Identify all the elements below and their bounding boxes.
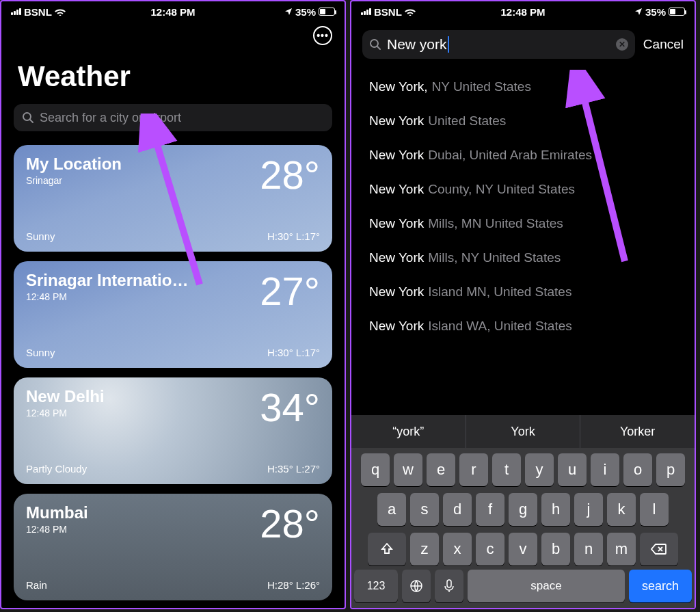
search-key[interactable]: search — [629, 570, 692, 602]
card-hilo: H:30° L:17° — [267, 230, 320, 242]
suggestion[interactable]: Yorker — [580, 415, 695, 448]
search-query: New york — [387, 36, 449, 53]
globe-key[interactable] — [402, 570, 431, 602]
globe-icon — [409, 579, 423, 593]
key-i[interactable]: i — [591, 453, 619, 486]
search-result[interactable]: New YorkMills, NY United States — [351, 241, 695, 275]
phone-left: BSNL 12:48 PM 35% ••• Weather Search for… — [0, 0, 346, 609]
space-key[interactable]: space — [468, 570, 625, 602]
key-a[interactable]: a — [377, 493, 406, 526]
key-q[interactable]: q — [361, 453, 390, 486]
cancel-button[interactable]: Cancel — [643, 37, 684, 52]
key-u[interactable]: u — [558, 453, 587, 486]
card-temp: 28° — [260, 501, 320, 546]
status-bar: BSNL 12:48 PM 35% — [351, 1, 695, 22]
shift-key[interactable] — [368, 533, 406, 566]
search-result[interactable]: New YorkIsland WA, United States — [351, 309, 695, 343]
battery-icon — [319, 8, 335, 16]
status-time: 12:48 PM — [1, 6, 345, 18]
key-b[interactable]: b — [541, 533, 570, 566]
key-y[interactable]: y — [525, 453, 554, 486]
key-o[interactable]: o — [623, 453, 652, 486]
svg-line-4 — [377, 46, 380, 49]
battery-icon — [669, 8, 685, 16]
backspace-key[interactable] — [640, 533, 678, 566]
search-input[interactable]: Search for a city or airport — [14, 104, 332, 131]
search-results: New York,NY United States New YorkUnited… — [351, 66, 695, 347]
key-n[interactable]: n — [574, 533, 603, 566]
key-h[interactable]: h — [541, 493, 570, 526]
weather-card[interactable]: My Location Srinagar 28° Sunny H:30° L:1… — [14, 145, 332, 252]
status-bar: BSNL 12:48 PM 35% — [1, 1, 345, 22]
key-r[interactable]: r — [459, 453, 488, 486]
svg-rect-7 — [447, 580, 451, 587]
key-g[interactable]: g — [509, 493, 537, 526]
page-title: Weather — [1, 45, 345, 100]
keyboard: “york” York Yorker qwertyuiop asdfghjkl … — [351, 415, 695, 608]
card-temp: 28° — [260, 152, 320, 198]
shift-icon — [380, 542, 394, 556]
clear-icon[interactable]: ✕ — [616, 38, 628, 51]
search-placeholder: Search for a city or airport — [40, 111, 181, 125]
card-temp: 27° — [260, 268, 320, 314]
card-condition: Rain — [26, 579, 47, 591]
card-condition: Partly Cloudy — [26, 463, 87, 475]
weather-list: My Location Srinagar 28° Sunny H:30° L:1… — [1, 135, 345, 600]
search-icon — [369, 38, 381, 51]
search-result[interactable]: New YorkCounty, NY United States — [351, 172, 695, 207]
status-time: 12:48 PM — [351, 6, 695, 18]
key-m[interactable]: m — [607, 533, 636, 566]
key-x[interactable]: x — [443, 533, 472, 566]
search-result[interactable]: New YorkDubai, United Arab Emirates — [351, 138, 695, 172]
card-condition: Sunny — [26, 230, 55, 242]
key-d[interactable]: d — [443, 493, 472, 526]
card-condition: Sunny — [26, 347, 55, 358]
search-icon — [22, 111, 34, 124]
search-result[interactable]: New YorkMills, MN United States — [351, 207, 695, 241]
search-input[interactable]: New york ✕ — [362, 30, 635, 59]
key-l[interactable]: l — [640, 493, 669, 526]
card-hilo: H:35° L:27° — [267, 463, 320, 475]
key-p[interactable]: p — [656, 453, 685, 486]
weather-card[interactable]: New Delhi 12:48 PM 34° Partly Cloudy H:3… — [14, 377, 332, 484]
key-j[interactable]: j — [574, 493, 603, 526]
key-f[interactable]: f — [476, 493, 504, 526]
weather-card[interactable]: Srinagar Internatio… 12:48 PM 27° Sunny … — [14, 261, 332, 368]
key-c[interactable]: c — [476, 533, 504, 566]
keyboard-suggestions: “york” York Yorker — [351, 415, 695, 448]
search-result[interactable]: New YorkIsland MN, United States — [351, 275, 695, 309]
key-k[interactable]: k — [607, 493, 636, 526]
suggestion[interactable]: York — [466, 415, 581, 448]
text-caret — [448, 36, 449, 53]
suggestion[interactable]: “york” — [351, 415, 466, 448]
numeric-key[interactable]: 123 — [354, 570, 398, 602]
key-w[interactable]: w — [394, 453, 422, 486]
more-button[interactable]: ••• — [313, 26, 332, 45]
key-e[interactable]: e — [427, 453, 455, 486]
svg-line-1 — [30, 120, 33, 122]
backspace-icon — [651, 543, 667, 555]
key-v[interactable]: v — [509, 533, 537, 566]
key-z[interactable]: z — [410, 533, 439, 566]
weather-card[interactable]: Mumbai 12:48 PM 28° Rain H:28° L:26° — [14, 494, 332, 600]
phone-right: BSNL 12:48 PM 35% New york ✕ Cancel New … — [350, 0, 696, 609]
search-result[interactable]: New YorkUnited States — [351, 104, 695, 138]
key-s[interactable]: s — [410, 493, 439, 526]
mic-key[interactable] — [435, 570, 463, 602]
key-t[interactable]: t — [492, 453, 521, 486]
mic-icon — [444, 579, 454, 593]
card-hilo: H:28° L:26° — [267, 579, 320, 591]
search-result[interactable]: New York,NY United States — [351, 70, 695, 104]
card-temp: 34° — [260, 384, 320, 430]
card-hilo: H:30° L:17° — [267, 347, 320, 358]
